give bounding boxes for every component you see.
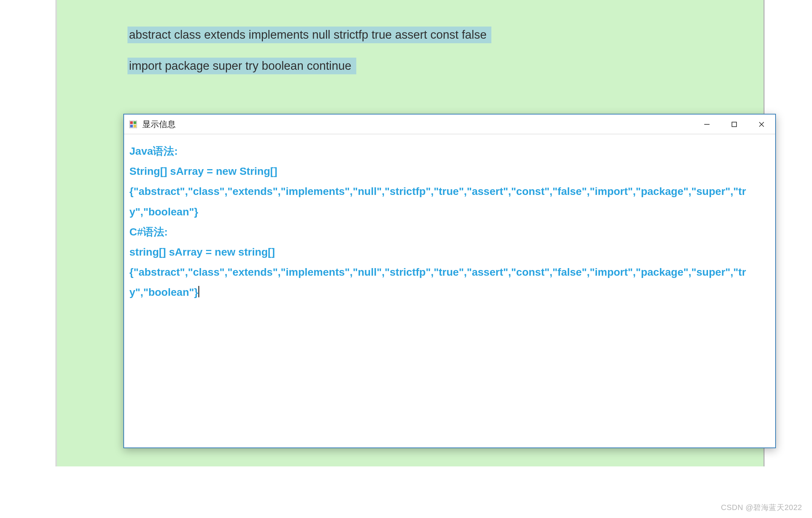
minimize-icon — [703, 121, 710, 128]
dialog-title: 显示信息 — [142, 119, 693, 130]
csharp-header: C#语法: — [129, 222, 770, 242]
maximize-button[interactable] — [721, 115, 748, 134]
java-array-literal: {"abstract","class","extends","implement… — [129, 181, 770, 221]
info-dialog: 显示信息 Java语法: String[] sArray = new — [123, 114, 776, 448]
maximize-icon — [731, 121, 738, 128]
selected-text-line1[interactable]: abstract class extends implements null s… — [127, 27, 491, 43]
svg-rect-1 — [130, 121, 133, 124]
watermark: CSDN @碧海蓝天2022 — [721, 502, 802, 513]
csharp-array-literal: {"abstract","class","extends","implement… — [129, 266, 746, 298]
dialog-content[interactable]: Java语法: String[] sArray = new String[] {… — [124, 134, 775, 447]
dialog-titlebar[interactable]: 显示信息 — [124, 115, 775, 134]
svg-rect-6 — [732, 122, 736, 127]
minimize-button[interactable] — [693, 115, 721, 134]
form-icon — [129, 120, 138, 129]
text-caret — [198, 286, 199, 297]
svg-rect-2 — [134, 121, 136, 124]
svg-rect-4 — [134, 125, 136, 127]
java-header: Java语法: — [129, 141, 770, 161]
close-button[interactable] — [748, 115, 775, 134]
java-declaration: String[] sArray = new String[] — [129, 161, 770, 181]
svg-rect-3 — [130, 125, 133, 127]
selected-text-line2[interactable]: import package super try boolean continu… — [127, 58, 356, 74]
csharp-declaration: string[] sArray = new string[] — [129, 242, 770, 262]
window-controls — [693, 115, 775, 134]
csharp-array-line: {"abstract","class","extends","implement… — [129, 262, 770, 302]
close-icon — [758, 121, 765, 128]
